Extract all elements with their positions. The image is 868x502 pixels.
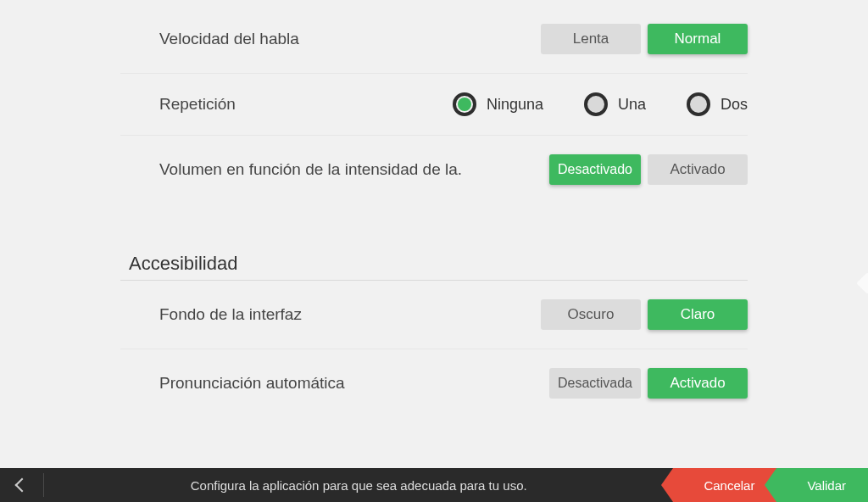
section-title-accessibility: Accesibilidad [120,237,748,280]
seg-auto-pronunciation: Desactivada Activado [549,368,748,399]
chevron-left-icon [15,478,30,493]
cancel-button[interactable]: Cancelar [673,468,776,502]
autopron-option-off[interactable]: Desactivada [549,368,641,399]
theme-option-dark[interactable]: Oscuro [541,299,641,330]
label-speech-speed: Velocidad del habla [159,30,541,48]
volume-option-off[interactable]: Desactivado [549,154,641,185]
footer-hint: Configura la aplicación para que sea ade… [44,468,673,502]
repeat-option-label: Dos [721,96,748,114]
row-theme: Fondo de la interfaz Oscuro Claro [120,281,748,349]
footer-buttons: Cancelar Validar [673,468,868,502]
row-repetition: Repetición Ninguna Una Dos [120,73,748,135]
repeat-option-label: Ninguna [487,96,543,114]
repeat-option-one[interactable]: Una [584,92,646,116]
speed-option-normal[interactable]: Normal [648,24,748,54]
row-volume-intensity: Volumen en función de la intensidad de l… [120,135,748,204]
speed-option-slow[interactable]: Lenta [541,24,641,54]
row-speech-speed: Velocidad del habla Lenta Normal [120,5,748,73]
validate-button[interactable]: Validar [776,468,868,502]
row-auto-pronunciation: Pronunciación automática Desactivada Act… [120,349,748,417]
back-button[interactable] [0,468,44,502]
autopron-option-on[interactable]: Activado [648,368,748,399]
label-auto-pronunciation: Pronunciación automática [159,374,549,393]
section-title-contents: Contenidos [120,451,748,468]
volume-option-on[interactable]: Activado [648,154,748,185]
seg-theme: Oscuro Claro [541,299,748,330]
label-repetition: Repetición [159,95,453,114]
repeat-option-label: Una [618,96,646,114]
footer-bar: Configura la aplicación para que sea ade… [0,468,868,502]
theme-option-light[interactable]: Claro [648,299,748,330]
radio-icon [687,92,710,116]
label-volume-intensity: Volumen en función de la intensidad de l… [159,160,549,179]
seg-speech-speed: Lenta Normal [541,24,748,54]
repeat-option-none[interactable]: Ninguna [453,92,543,116]
radio-icon [453,92,476,116]
radio-icon [584,92,608,116]
radio-group-repetition: Ninguna Una Dos [453,92,748,116]
label-theme: Fondo de la interfaz [159,305,541,324]
seg-volume-intensity: Desactivado Activado [549,154,748,185]
repeat-option-two[interactable]: Dos [687,92,748,116]
